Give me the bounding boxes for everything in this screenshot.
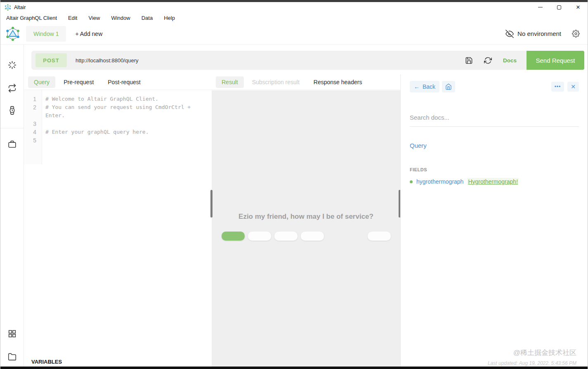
- menu-help[interactable]: Help: [161, 14, 177, 22]
- minimize-button[interactable]: [531, 2, 550, 12]
- main-content: POST http://localhost:8800/query Docs Se…: [24, 45, 588, 367]
- refresh-icon[interactable]: [484, 57, 492, 64]
- repeat-icon[interactable]: [8, 84, 17, 92]
- code-line: 3: [24, 120, 212, 128]
- result-empty-message: Ezio my friend, how may I be of service?: [212, 213, 400, 221]
- back-arrow-icon: ←: [414, 83, 420, 90]
- menu-window[interactable]: Window: [109, 14, 132, 22]
- briefcase-icon[interactable]: [8, 140, 17, 149]
- more-dots-icon: •••: [555, 85, 561, 89]
- settings-button[interactable]: [572, 30, 580, 38]
- docs-back-button[interactable]: ← Back: [410, 81, 439, 92]
- gear-icon: [572, 30, 580, 38]
- folder-icon[interactable]: [8, 352, 17, 361]
- field-name-link[interactable]: hygrothermograph: [416, 178, 463, 185]
- close-button[interactable]: ✕: [569, 2, 588, 12]
- docs-home-button[interactable]: [442, 81, 455, 92]
- tab-response-headers[interactable]: Response headers: [308, 76, 368, 88]
- save-icon[interactable]: [465, 57, 473, 64]
- field-type-link[interactable]: Hygrothermograph!: [467, 178, 519, 185]
- window-bottom-edge: [0, 367, 588, 369]
- docs-fields-label: FIELDS: [410, 167, 579, 172]
- line-number: 3: [24, 120, 42, 128]
- tab-result[interactable]: Result: [216, 76, 244, 88]
- home-icon: [445, 83, 452, 90]
- grid-icon[interactable]: [8, 329, 17, 338]
- sidebar-divider: [0, 128, 24, 128]
- result-pane: Result Subscription result Response head…: [212, 74, 400, 367]
- url-input[interactable]: http://localhost:8800/query: [76, 57, 139, 64]
- tab-post-request[interactable]: Post-request: [102, 76, 146, 88]
- field-bullet-icon: [410, 180, 413, 183]
- result-content-area: Ezio my friend, how may I be of service?: [212, 90, 400, 367]
- query-editor[interactable]: 1 # Welcome to Altair GraphQL Client. 2 …: [24, 90, 212, 164]
- environment-selector[interactable]: No environment: [505, 30, 561, 38]
- line-text: [42, 136, 198, 144]
- watch-icon[interactable]: [8, 106, 17, 115]
- code-line: 5: [24, 136, 212, 144]
- add-new-window-button[interactable]: + Add new: [75, 31, 102, 37]
- tab-window-1[interactable]: Window 1: [26, 26, 66, 42]
- altair-app-window: Altair ✕ Altair GraphQL Client Edit View…: [0, 0, 588, 369]
- window-title: Altair: [14, 5, 26, 10]
- menu-view[interactable]: View: [86, 14, 102, 22]
- environment-label: No environment: [517, 30, 561, 37]
- docs-type-link[interactable]: Query: [410, 142, 579, 149]
- last-updated-text: Last updated: Aug 19, 2022, 5:43:56 PM: [488, 360, 576, 366]
- docs-close-icon: ✕: [571, 84, 576, 89]
- line-number: 1: [24, 95, 42, 103]
- tab-query[interactable]: Query: [28, 76, 55, 88]
- window-tab-bar: Window 1 + Add new No environment: [0, 23, 588, 45]
- line-text: # Welcome to Altair GraphQL Client.: [42, 95, 198, 103]
- line-number: 2: [24, 103, 42, 120]
- docs-more-button[interactable]: •••: [551, 82, 564, 92]
- placeholder-pill: [222, 232, 245, 241]
- maximize-button[interactable]: [550, 2, 569, 12]
- docs-field-row: hygrothermograph Hygrothermograph!: [410, 178, 579, 185]
- placeholder-pill: [368, 232, 391, 241]
- send-request-button[interactable]: Send Request: [527, 51, 584, 70]
- close-icon: ✕: [576, 5, 581, 10]
- minimize-icon: [538, 7, 543, 7]
- menu-edit[interactable]: Edit: [66, 14, 80, 22]
- code-line: 2 # You can send your request using CmdO…: [24, 103, 212, 120]
- menu-data[interactable]: Data: [139, 14, 155, 22]
- request-bar: POST http://localhost:8800/query Docs Se…: [24, 45, 588, 74]
- line-text: [42, 120, 198, 128]
- menubar: Altair GraphQL Client Edit View Window D…: [0, 12, 588, 23]
- watermark: @稀土掘金技术社区: [513, 348, 576, 357]
- line-text: # You can send your request using CmdOrC…: [42, 103, 198, 120]
- docs-toggle-button[interactable]: Docs: [503, 57, 517, 64]
- variables-section-header[interactable]: VARIABLES: [31, 359, 62, 365]
- placeholder-pill: [301, 232, 324, 241]
- query-pane-tabs: Query Pre-request Post-request: [24, 74, 212, 90]
- placeholder-pill: [274, 232, 298, 241]
- placeholder-pills: [222, 232, 391, 241]
- placeholder-pill: [248, 232, 271, 241]
- docs-panel: ← Back ••• ✕: [400, 74, 588, 367]
- maximize-icon: [557, 5, 561, 9]
- menu-altair-graphql-client[interactable]: Altair GraphQL Client: [4, 14, 59, 22]
- code-line: 1 # Welcome to Altair GraphQL Client.: [24, 95, 212, 103]
- docs-header: ← Back ••• ✕: [410, 81, 579, 92]
- tab-subscription-result[interactable]: Subscription result: [246, 76, 305, 88]
- docs-back-label: Back: [423, 83, 435, 90]
- app-logo-icon: [5, 4, 11, 11]
- result-pane-tabs: Result Subscription result Response head…: [212, 74, 400, 90]
- docs-close-button[interactable]: ✕: [567, 82, 579, 92]
- pane-resize-handle-left[interactable]: [210, 190, 213, 218]
- query-pane: Query Pre-request Post-request 1 # Welco…: [24, 74, 212, 367]
- loader-icon[interactable]: [8, 61, 17, 69]
- eye-off-icon: [505, 30, 514, 38]
- line-number: 4: [24, 128, 42, 136]
- left-sidebar: [0, 45, 24, 367]
- code-line: 4 # Enter your graphQL query here.: [24, 128, 212, 136]
- line-text: # Enter your graphQL query here.: [42, 128, 198, 136]
- line-number: 5: [24, 136, 42, 144]
- docs-search-input[interactable]: [410, 112, 579, 127]
- http-method-selector[interactable]: POST: [35, 53, 67, 67]
- titlebar: Altair ✕: [0, 2, 588, 12]
- docs-search: [410, 112, 579, 127]
- tab-pre-request[interactable]: Pre-request: [58, 76, 99, 88]
- altair-logo-icon: [5, 26, 20, 41]
